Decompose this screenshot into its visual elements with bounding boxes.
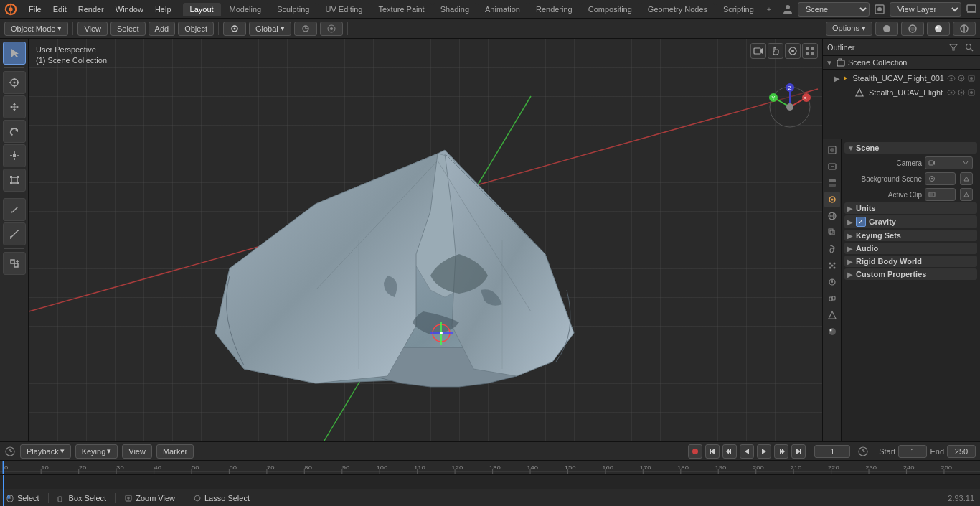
prop-tab-particles[interactable] <box>824 258 840 273</box>
grid-snap-btn[interactable] <box>802 43 818 59</box>
select-menu[interactable]: Select <box>110 22 146 36</box>
audio-section-header[interactable]: ▶ Audio <box>844 243 977 254</box>
camera-picker-icon[interactable] <box>962 159 969 167</box>
active-clip-picker-btn[interactable] <box>960 188 973 201</box>
prop-tab-view-layer[interactable] <box>824 175 840 191</box>
workspace-modeling[interactable]: Modeling <box>222 3 269 16</box>
step-forward-btn[interactable] <box>774 444 788 459</box>
eye-icon-1[interactable] <box>947 88 956 97</box>
menu-edit[interactable]: Edit <box>47 4 72 15</box>
custom-props-section-header[interactable]: ▶ Custom Properties <box>844 268 977 280</box>
viewport-shading-rendered[interactable] <box>927 22 950 36</box>
timeline-ruler[interactable]: 0 10 20 30 40 50 60 70 80 90 1 <box>0 461 980 475</box>
3d-viewport[interactable]: User Perspective (1) Scene Collection X … <box>29 39 822 441</box>
menu-file[interactable]: File <box>23 4 47 15</box>
object-menu[interactable]: Object <box>178 22 214 36</box>
menu-window[interactable]: Window <box>110 4 149 15</box>
workspace-sculpting[interactable]: Sculpting <box>270 3 316 16</box>
snap-toggle[interactable] <box>294 22 317 36</box>
prop-tab-render[interactable] <box>824 142 840 158</box>
options-btn[interactable]: Options ▾ <box>826 22 872 36</box>
viewport-overlays[interactable] <box>953 22 976 36</box>
playback-menu[interactable]: Playback ▾ <box>20 444 71 459</box>
prop-tab-modifier[interactable] <box>824 241 840 257</box>
keying-menu[interactable]: Keying ▾ <box>75 444 118 459</box>
prop-tab-material[interactable] <box>824 324 840 339</box>
tool-rotate[interactable] <box>3 120 26 143</box>
navigation-gizmo[interactable]: X Y Z <box>765 82 815 132</box>
tool-measure[interactable] <box>3 222 26 245</box>
gravity-checkbox[interactable]: ✓ <box>856 217 866 227</box>
current-frame-input[interactable] <box>814 445 850 458</box>
keying-sets-section-header[interactable]: ▶ Keying Sets <box>844 230 977 241</box>
proportional-editing[interactable] <box>320 22 343 36</box>
view-menu[interactable]: View <box>77 22 108 36</box>
outliner-filter-btn[interactable] <box>947 41 960 54</box>
eye-icon-0[interactable] <box>947 74 956 83</box>
outliner-collection-expand[interactable]: ▼ <box>826 59 833 67</box>
movie-camera-btn[interactable] <box>785 43 801 59</box>
active-clip-value[interactable] <box>925 188 956 201</box>
menu-help[interactable]: Help <box>149 4 177 15</box>
step-back-btn[interactable] <box>722 444 737 459</box>
bg-scene-picker-btn[interactable] <box>960 172 973 185</box>
outliner-search-btn[interactable] <box>963 41 976 54</box>
prop-tab-object[interactable] <box>824 225 840 240</box>
render-icon-0[interactable] <box>967 74 976 83</box>
tool-cursor[interactable] <box>3 71 26 94</box>
workspace-layout[interactable]: Layout <box>183 3 221 16</box>
prop-tab-physics[interactable] <box>824 274 840 290</box>
workspace-texture-paint[interactable]: Texture Paint <box>371 3 431 16</box>
tool-add-object[interactable] <box>3 252 26 275</box>
workspace-animation[interactable]: Animation <box>478 3 527 16</box>
workspace-uv-editing[interactable]: UV Editing <box>318 3 369 16</box>
outliner-expand-0[interactable]: ▶ <box>834 75 840 83</box>
hand-tool-btn[interactable] <box>768 43 783 59</box>
prop-tab-world[interactable] <box>824 208 840 224</box>
workspace-scripting[interactable]: Scripting <box>716 3 761 16</box>
prop-tab-output[interactable] <box>824 159 840 174</box>
tool-annotate[interactable] <box>3 198 26 221</box>
scene-selector[interactable]: Scene <box>798 2 870 17</box>
gravity-section-header[interactable]: ▶ ✓ Gravity <box>844 215 977 228</box>
outliner-item-1[interactable]: Stealth_UCAV_Flight <box>823 85 980 100</box>
workspace-geometry-nodes[interactable]: Geometry Nodes <box>641 3 715 16</box>
camera-value[interactable] <box>925 156 973 169</box>
jump-start-btn[interactable] <box>705 444 720 459</box>
prop-tab-data[interactable] <box>824 307 840 323</box>
tool-transform[interactable] <box>3 169 26 192</box>
workspace-add-tab[interactable]: + <box>763 4 776 15</box>
marker-menu[interactable]: Marker <box>156 444 194 459</box>
timeline-view-menu[interactable]: View <box>122 444 152 459</box>
workspace-rendering[interactable]: Rendering <box>529 3 580 16</box>
viewport-shading-material[interactable] <box>901 22 924 36</box>
camera-view-btn[interactable] <box>750 43 766 59</box>
viewport-gizmo[interactable]: X Y Z <box>765 82 815 132</box>
transform-pivot[interactable] <box>223 22 246 36</box>
record-btn[interactable] <box>688 444 702 459</box>
select-icon-1[interactable] <box>957 88 966 97</box>
play-forward-btn[interactable] <box>757 444 771 459</box>
render-icon-1[interactable] <box>967 88 976 97</box>
prop-tab-scene[interactable] <box>824 192 840 207</box>
tool-scale[interactable] <box>3 144 26 167</box>
outliner-item-0[interactable]: ▶ Stealth_UCAV_Flight_001 <box>823 71 980 85</box>
play-reverse-btn[interactable] <box>740 444 754 459</box>
end-frame-input[interactable] <box>947 445 976 458</box>
menu-render[interactable]: Render <box>72 4 110 15</box>
select-icon-0[interactable] <box>957 74 966 83</box>
bg-scene-value[interactable] <box>925 172 956 185</box>
object-mode-dropdown[interactable]: Object Mode ▾ <box>4 22 68 36</box>
view-layer-selector[interactable]: View Layer <box>890 2 961 17</box>
workspace-compositing[interactable]: Compositing <box>581 3 639 16</box>
tool-select[interactable] <box>3 42 26 65</box>
start-frame-input[interactable] <box>898 445 927 458</box>
add-menu[interactable]: Add <box>149 22 176 36</box>
units-section-header[interactable]: ▶ Units <box>844 202 977 214</box>
transform-global[interactable]: Global ▾ <box>249 22 291 36</box>
tool-move[interactable] <box>3 95 26 118</box>
scene-section-header[interactable]: ▼ Scene <box>844 142 977 154</box>
viewport-shading-solid[interactable] <box>875 22 898 36</box>
workspace-shading[interactable]: Shading <box>433 3 476 16</box>
jump-end-btn[interactable] <box>791 444 806 459</box>
